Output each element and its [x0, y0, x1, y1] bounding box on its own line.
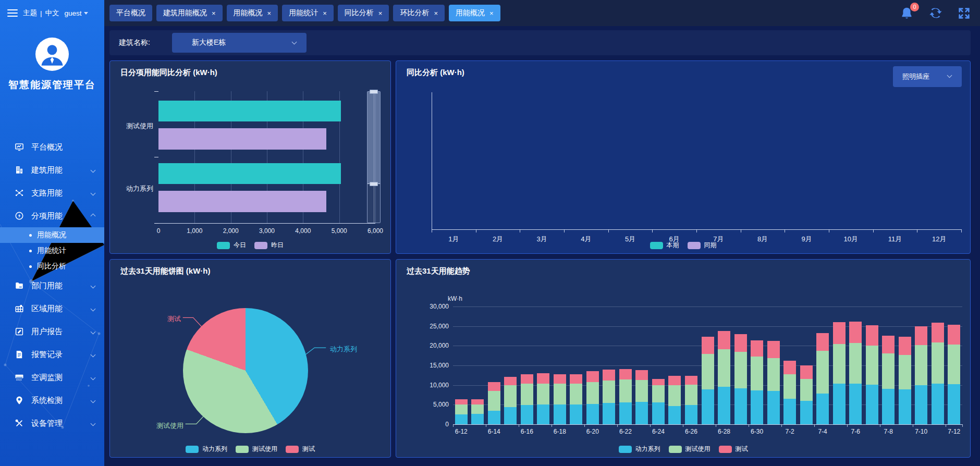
bar-segment-动力系列[interactable] — [619, 402, 632, 424]
theme-link[interactable]: 主题 — [23, 8, 37, 18]
bar-segment-测试使用[interactable] — [603, 381, 615, 403]
tab-close-icon[interactable]: × — [378, 9, 383, 17]
bar-segment-测试使用[interactable] — [521, 384, 533, 405]
tab-平台概况-0[interactable]: 平台概况 — [109, 5, 152, 21]
bar-segment-测试使用[interactable] — [668, 385, 681, 406]
user-menu[interactable]: guest — [65, 9, 88, 17]
bar-segment-测试[interactable] — [652, 379, 665, 385]
refresh-icon[interactable] — [928, 6, 943, 20]
bar-segment-测试[interactable] — [455, 399, 468, 404]
bar-segment-测试[interactable] — [668, 376, 681, 385]
bar-segment-测试使用[interactable] — [718, 349, 730, 387]
legend-item-测试使用[interactable]: 测试使用 — [236, 445, 277, 453]
legend-item-本期[interactable]: 本期 — [650, 241, 679, 250]
bar-segment-测试使用[interactable] — [915, 345, 927, 386]
bar-今日-动力系列[interactable] — [158, 163, 341, 184]
bar-segment-测试[interactable] — [882, 336, 895, 354]
bar-segment-动力系列[interactable] — [718, 387, 730, 424]
fullscreen-icon[interactable] — [958, 7, 971, 20]
tab-同比分析-4[interactable]: 同比分析× — [338, 5, 389, 21]
bar-segment-动力系列[interactable] — [504, 407, 517, 424]
bar-昨日-测试使用[interactable] — [158, 128, 326, 150]
datazoom-slider[interactable] — [367, 91, 381, 223]
bar-segment-动力系列[interactable] — [635, 402, 648, 424]
pie[interactable] — [183, 308, 308, 433]
sidebar-subitem-用能统计[interactable]: 用能统计 — [0, 243, 104, 259]
bar-segment-测试[interactable] — [833, 322, 846, 344]
legend-item-测试[interactable]: 测试 — [286, 445, 315, 453]
bar-segment-动力系列[interactable] — [652, 402, 665, 424]
bar-segment-测试[interactable] — [718, 331, 730, 349]
legend-item-同期[interactable]: 同期 — [688, 241, 717, 250]
bar-segment-测试[interactable] — [751, 340, 763, 357]
bar-segment-测试使用[interactable] — [471, 404, 484, 414]
datazoom-handle[interactable] — [370, 182, 378, 186]
datazoom-handle[interactable] — [370, 90, 378, 94]
sidebar-item-用户报告[interactable]: 用户报告 — [0, 320, 104, 343]
bar-segment-测试[interactable] — [767, 341, 780, 358]
bar-segment-动力系列[interactable] — [866, 385, 878, 424]
bar-segment-动力系列[interactable] — [751, 390, 763, 424]
sidebar-item-系统检测[interactable]: 系统检测 — [0, 389, 104, 412]
bar-segment-动力系列[interactable] — [833, 384, 846, 424]
bell-icon[interactable]: 0 — [900, 6, 914, 20]
bar-segment-动力系列[interactable] — [603, 403, 615, 424]
bar-segment-动力系列[interactable] — [455, 414, 468, 424]
avatar[interactable] — [35, 38, 69, 71]
bar-segment-测试[interactable] — [488, 382, 500, 391]
bar-segment-测试使用[interactable] — [635, 380, 648, 402]
hamburger-icon[interactable] — [7, 9, 18, 17]
bar-segment-动力系列[interactable] — [882, 389, 895, 424]
bar-segment-动力系列[interactable] — [899, 389, 911, 424]
bar-segment-测试[interactable] — [521, 374, 533, 384]
bar-segment-测试[interactable] — [586, 371, 599, 382]
sidebar-item-分项用能[interactable]: 分项用能 — [0, 204, 104, 227]
bar-segment-测试使用[interactable] — [734, 352, 747, 388]
building-select[interactable]: 新大楼E栋 — [172, 33, 307, 53]
tab-用能概况-6[interactable]: 用能概况× — [449, 5, 500, 21]
bar-segment-测试使用[interactable] — [554, 384, 566, 404]
tab-用能统计-3[interactable]: 用能统计× — [282, 5, 334, 21]
bar-segment-测试使用[interactable] — [833, 344, 846, 384]
bar-segment-测试[interactable] — [866, 325, 878, 346]
legend-item-测试[interactable]: 测试 — [719, 445, 748, 453]
bar-segment-测试[interactable] — [915, 326, 927, 345]
bar-segment-测试[interactable] — [800, 365, 813, 379]
bar-昨日-动力系列[interactable] — [158, 191, 326, 212]
legend-item-昨日[interactable]: 昨日 — [254, 241, 284, 250]
legend-item-今日[interactable]: 今日 — [217, 241, 246, 250]
bar-segment-测试使用[interactable] — [948, 345, 960, 384]
tab-close-icon[interactable]: × — [323, 9, 327, 17]
sidebar-item-报警记录[interactable]: 报警记录 — [0, 343, 104, 366]
bar-segment-动力系列[interactable] — [586, 404, 599, 424]
bar-segment-动力系列[interactable] — [734, 388, 747, 424]
bar-segment-动力系列[interactable] — [685, 405, 697, 424]
bar-segment-测试使用[interactable] — [849, 343, 862, 384]
bar-segment-测试[interactable] — [504, 377, 517, 385]
sidebar-item-部门用能[interactable]: 部门用能 — [0, 274, 104, 297]
bar-segment-测试使用[interactable] — [488, 391, 500, 411]
sidebar-item-空调监测[interactable]: 空调监测 — [0, 366, 104, 389]
bar-segment-测试[interactable] — [685, 376, 697, 385]
sidebar-item-支路用能[interactable]: 支路用能 — [0, 181, 104, 204]
tab-close-icon[interactable]: × — [212, 9, 216, 17]
bar-segment-测试[interactable] — [471, 399, 484, 404]
sidebar-subitem-用能概况[interactable]: 用能概况 — [0, 227, 104, 243]
sidebar-item-设备管理[interactable]: 设备管理 — [0, 412, 104, 435]
bar-segment-测试[interactable] — [932, 323, 944, 342]
bar-segment-测试使用[interactable] — [882, 353, 895, 389]
bar-segment-测试[interactable] — [734, 334, 747, 352]
tab-close-icon[interactable]: × — [267, 9, 272, 17]
bar-今日-测试使用[interactable] — [158, 101, 341, 121]
bar-segment-测试[interactable] — [603, 370, 615, 380]
bar-segment-动力系列[interactable] — [521, 405, 533, 424]
sidebar-item-平台概况[interactable]: 平台概况 — [0, 136, 104, 158]
bar-segment-测试[interactable] — [554, 374, 566, 384]
legend-item-测试使用[interactable]: 测试使用 — [669, 445, 710, 453]
legend-item-动力系列[interactable]: 动力系列 — [186, 445, 227, 453]
bar-segment-动力系列[interactable] — [783, 399, 796, 424]
legend-item-动力系列[interactable]: 动力系列 — [619, 445, 660, 453]
bar-segment-动力系列[interactable] — [800, 401, 813, 424]
datazoom-selection[interactable] — [368, 92, 380, 184]
bar-segment-测试[interactable] — [619, 369, 632, 379]
